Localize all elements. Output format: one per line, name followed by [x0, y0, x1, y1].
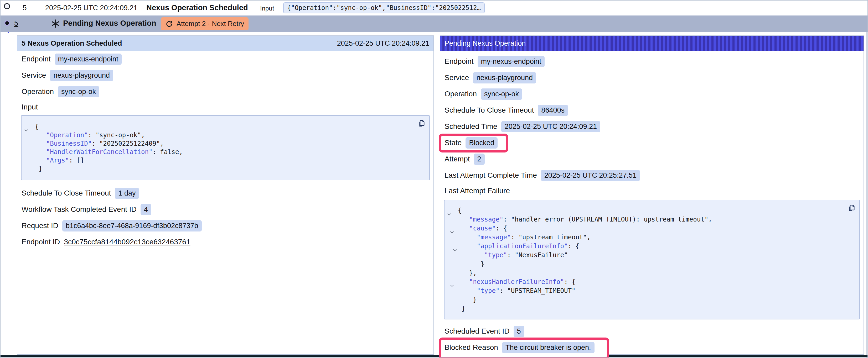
json-text: : "UPSTREAM_TIMEOUT"	[499, 287, 575, 294]
event-timestamp: 2025-02-25 UTC 20:24:09.21	[45, 4, 137, 12]
event-input-label: Input	[260, 5, 274, 12]
event-row-pending-nexus-operation[interactable]: 5 Pending Nexus Operation Attempt 2 · Ne…	[1, 15, 868, 32]
json-line: "cause": {	[454, 224, 855, 233]
json-line: }	[454, 295, 855, 304]
json-key: "Args"	[46, 157, 69, 164]
json-key: "applicationFailureInfo"	[477, 242, 568, 250]
field-label: Service	[444, 73, 469, 82]
json-line: "type": "UPSTREAM_TIMEOUT"	[454, 286, 855, 295]
field-row-schedule-to-close-timeout: Schedule To Close Timeout86400s	[440, 102, 864, 118]
field-value-badge: 86400s	[538, 105, 568, 116]
json-line: }	[454, 260, 855, 268]
field-value-badge: 2025-02-25 UTC 20:24:09.21	[501, 121, 600, 132]
field-label: Endpoint	[444, 57, 474, 66]
json-text	[454, 252, 485, 259]
json-line: "HandlerWaitForCancellation": false,	[31, 148, 425, 156]
pending-operation-panel: Pending Nexus Operation Endpointmy-nexus…	[440, 35, 864, 355]
json-line: "Args": []	[31, 156, 425, 165]
json-text: : false,	[152, 148, 183, 156]
pending-fields-secondary: Scheduled Event ID5Blocked ReasonThe cir…	[440, 323, 864, 356]
field-row-operation: Operationsync-op-ok	[440, 86, 864, 102]
retry-badge-label: Attempt 2 · Next Retry	[177, 20, 244, 28]
field-row-schedule-to-close-timeout: Schedule To Close Timeout1 day	[17, 185, 433, 201]
field-row-endpoint: Endpointmy-nexus-endpoint	[440, 53, 864, 70]
field-value-badge: nexus-playground	[473, 72, 536, 84]
json-text	[454, 278, 469, 286]
json-key: "HandlerWaitForCancellation"	[46, 148, 153, 156]
collapse-chevron-icon[interactable]	[453, 245, 457, 248]
failure-json-viewer: { "message": "handler error (UPSTREAM_TI…	[444, 200, 860, 319]
field-value-badge: sync-op-ok	[481, 89, 522, 100]
json-text: : "upstream timeout",	[511, 234, 591, 241]
json-text: }	[454, 260, 485, 268]
json-key: "message"	[477, 234, 511, 241]
json-line: }	[454, 304, 855, 313]
field-label: Schedule To Close Timeout	[22, 189, 111, 197]
timeline-event-dot-open[interactable]	[4, 3, 10, 9]
scheduled-panel-header: 5 Nexus Operation Scheduled 2025-02-25 U…	[17, 36, 433, 51]
field-label: Endpoint	[22, 55, 51, 63]
field-label: Scheduled Event ID	[444, 327, 510, 335]
field-row-endpoint: Endpointmy-nexus-endpoint	[17, 51, 433, 67]
event-id-link[interactable]: 5	[14, 19, 19, 28]
json-text	[454, 216, 469, 223]
json-line: },	[454, 268, 855, 278]
collapse-chevron-icon[interactable]	[447, 209, 451, 212]
scheduled-fields: Endpointmy-nexus-endpointServicenexus-pl…	[17, 51, 433, 100]
json-key: "Operation"	[46, 131, 88, 139]
json-line: "message": "handler error (UPSTREAM_TIME…	[454, 215, 855, 224]
field-row-scheduled-event-id: Scheduled Event ID5	[440, 323, 864, 339]
field-label: Blocked Reason	[444, 343, 498, 352]
json-text: {	[454, 207, 462, 214]
field-label: Operation	[22, 88, 54, 96]
field-value-badge: 2	[474, 154, 485, 165]
json-text: },	[454, 269, 477, 276]
field-value-badge: b1c6a4bc-8ee7-468a-9169-df3b02c8737b	[62, 220, 202, 231]
collapse-chevron-icon[interactable]	[450, 281, 454, 283]
input-section-label: Input	[17, 100, 433, 115]
field-value-badge: Blocked	[466, 137, 498, 149]
field-row-attempt: Attempt2	[440, 151, 864, 167]
field-row-request-id: Request IDb1c6a4bc-8ee7-468a-9169-df3b02…	[17, 218, 433, 234]
workflow-history-screen: 5 2025-02-25 UTC 20:24:09.21 Nexus Opera…	[0, 0, 868, 358]
field-label: Scheduled Time	[444, 122, 497, 131]
field-row-service: Servicenexus-playground	[440, 70, 864, 86]
field-row-state: StateBlocked	[440, 135, 864, 151]
field-row-endpoint-id: Endpoint ID3c0c75ccfa8144b092c13ce632463…	[17, 234, 433, 250]
event-id-link[interactable]: 5	[23, 4, 27, 12]
field-label: Schedule To Close Timeout	[444, 106, 534, 115]
json-text: : {	[568, 242, 579, 250]
json-text: : "20250225122409",	[92, 140, 164, 147]
json-text: : []	[69, 157, 84, 164]
json-line: "Operation": "sync-op-ok",	[31, 131, 425, 139]
json-text: {	[31, 123, 39, 130]
collapse-chevron-icon[interactable]	[450, 227, 454, 230]
json-line: {	[31, 123, 425, 131]
field-value-badge: my-nexus-endpoint	[55, 54, 122, 65]
json-text: : "handler error (UPSTREAM_TIMEOUT): ups…	[503, 216, 712, 223]
timeline-event-dot-current[interactable]	[4, 21, 10, 26]
json-line: "applicationFailureInfo": {	[454, 242, 855, 251]
json-text: }	[31, 165, 42, 172]
json-key: "message"	[469, 216, 503, 223]
field-label: State	[444, 138, 462, 147]
json-text	[31, 140, 46, 147]
json-key: "type"	[485, 252, 507, 259]
json-text	[454, 242, 477, 250]
field-label: Workflow Task Completed Event ID	[22, 205, 136, 214]
json-text: }	[454, 305, 465, 312]
json-key: "type"	[477, 287, 500, 294]
json-line: }	[31, 165, 425, 173]
panel-title: 5 Nexus Operation Scheduled	[22, 39, 122, 47]
field-value-badge: The circuit breaker is open.	[502, 342, 594, 353]
field-value-link[interactable]: 3c0c75ccfa8144b092c13ce632463761	[64, 238, 190, 246]
event-row-nexus-operation-scheduled[interactable]: 5 2025-02-25 UTC 20:24:09.21 Nexus Opera…	[1, 1, 868, 15]
json-key: "nexusHandlerFailureInfo"	[469, 278, 564, 286]
json-text	[31, 148, 46, 156]
left-frame-line	[4, 1, 4, 357]
collapse-chevron-icon[interactable]	[24, 126, 28, 128]
field-label: Request ID	[22, 222, 58, 230]
panel-timestamp: 2025-02-25 UTC 20:24:09.21	[337, 39, 429, 47]
json-key: "BusinessID"	[46, 140, 92, 147]
last-attempt-failure-label: Last Attempt Failure	[440, 184, 864, 198]
